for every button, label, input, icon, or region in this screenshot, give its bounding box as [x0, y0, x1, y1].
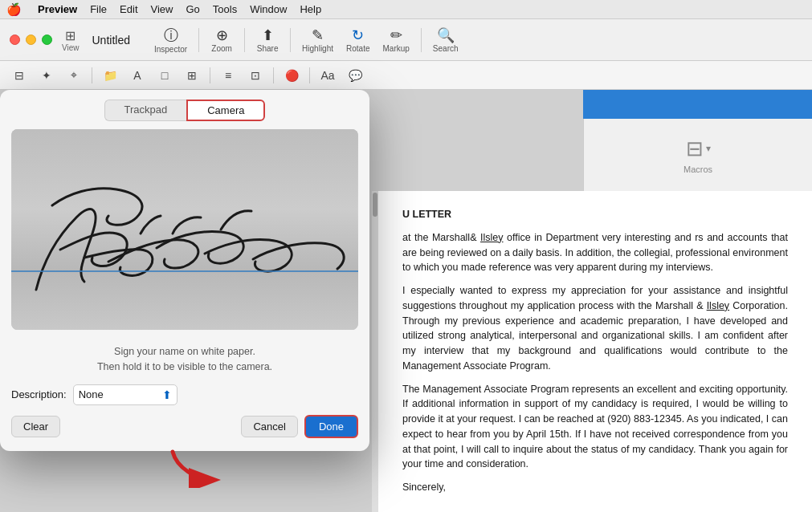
- svg-rect-0: [12, 129, 357, 330]
- document-paper: U LETTER at the Marshall& Ilsley office …: [378, 191, 812, 512]
- signature-svg: [11, 129, 358, 330]
- bubble-btn[interactable]: 💬: [344, 66, 366, 85]
- instruction-line1: Sign your name on white paper.: [0, 344, 369, 360]
- main-area: ⊟ ▾ Macros U LETTER at the Marshall& Ils…: [0, 90, 812, 512]
- doc-para-3: Sincerely,: [402, 480, 788, 495]
- tb2-sep-1: [92, 67, 92, 83]
- sidebar-toggle[interactable]: ⊟: [8, 66, 31, 85]
- menu-tools[interactable]: Tools: [213, 3, 237, 15]
- menu-file[interactable]: File: [90, 3, 107, 15]
- menu-help[interactable]: Help: [300, 3, 321, 15]
- titlebar: ⊞ View Untitled ⓘ Inspector ⊕ Zoom ⬆ Sha…: [0, 19, 812, 61]
- app-name[interactable]: Preview: [38, 3, 77, 15]
- zoom-icon: ⊕: [216, 26, 228, 44]
- toolbar-sep-3: [290, 28, 291, 52]
- markup-icon: ✏: [390, 26, 402, 44]
- modal-tabs: Trackpad Camera: [0, 90, 369, 121]
- lasso-tool[interactable]: ⌖: [63, 66, 85, 85]
- macros-label: Macros: [683, 165, 712, 174]
- share-label: Share: [257, 44, 279, 53]
- apple-menu[interactable]: 🍎: [6, 2, 22, 17]
- close-button[interactable]: [10, 35, 20, 45]
- macros-dropdown[interactable]: ⊟ ▾: [686, 136, 711, 161]
- tb2-sep-2: [210, 67, 210, 83]
- markup-button[interactable]: ✏ Markup: [378, 25, 414, 55]
- scrollbar[interactable]: [372, 191, 378, 512]
- blue-bar: [583, 90, 812, 119]
- tb2-sep-4: [309, 67, 310, 83]
- rotate-icon: ↻: [352, 26, 364, 44]
- share-icon: ⬆: [262, 26, 274, 44]
- menu-go[interactable]: Go: [186, 3, 199, 15]
- highlight-label: Highlight: [302, 44, 333, 53]
- highlight-button[interactable]: ✎ Highlight: [297, 25, 338, 55]
- inspector-label: Inspector: [154, 45, 187, 54]
- instruction-line2: Then hold it to be visible to the camera…: [0, 360, 369, 375]
- minimize-button[interactable]: [26, 35, 36, 45]
- doc-para-1: I especially wanted to express my apprec…: [402, 283, 788, 374]
- signature-guideline: [11, 270, 358, 272]
- paper-content: U LETTER at the Marshall& Ilsley office …: [378, 191, 812, 512]
- tb2-sep-3: [273, 67, 274, 83]
- toolbar2: ⊟ ✦ ⌖ 📁 A □ ⊞ ≡ ⊡ 🔴 Aa 💬: [0, 61, 812, 90]
- zoom-label: Zoom: [211, 44, 232, 53]
- doc-para-0: at the Marshall& Ilsley office in Depart…: [402, 230, 788, 275]
- macros-panel: ⊟ ▾ Macros: [583, 119, 812, 191]
- search-button[interactable]: 🔍 Search: [428, 25, 463, 55]
- toolbar-sep-1: [198, 28, 199, 52]
- camera-view: [11, 129, 358, 330]
- document-title-text: U LETTER: [402, 207, 788, 222]
- signature-canvas: [11, 129, 358, 330]
- fullscreen-button[interactable]: [42, 35, 52, 45]
- description-select[interactable]: None ⬆: [73, 384, 177, 405]
- toolbar: ⓘ Inspector ⊕ Zoom ⬆ Share ✎ Highlight ↻…: [149, 24, 802, 55]
- highlight-icon: ✎: [312, 26, 324, 44]
- description-label: Description:: [11, 388, 67, 400]
- done-button[interactable]: Done: [304, 415, 358, 438]
- camera-tab[interactable]: Camera: [186, 100, 265, 121]
- adjust-tool[interactable]: ⊞: [181, 66, 203, 85]
- document-title: Untitled: [92, 34, 130, 47]
- selection-tool[interactable]: ✦: [35, 66, 58, 85]
- share-button[interactable]: ⬆ Share: [251, 25, 284, 55]
- doc-para-2: The Management Associate Program represe…: [402, 382, 788, 473]
- macros-icon: ⊟: [686, 136, 704, 161]
- font-btn[interactable]: Aa: [316, 66, 339, 85]
- markup-label: Markup: [383, 44, 410, 53]
- folder-btn[interactable]: 📁: [99, 66, 121, 85]
- cancel-button[interactable]: Cancel: [241, 416, 297, 437]
- rotate-label: Rotate: [346, 44, 369, 53]
- macros-chevron: ▾: [706, 143, 711, 154]
- view-label: View: [62, 43, 80, 52]
- grid-tool[interactable]: ⊡: [244, 66, 267, 85]
- rotate-button[interactable]: ↻ Rotate: [341, 25, 374, 55]
- inspector-icon: ⓘ: [164, 26, 178, 45]
- shape-tool[interactable]: □: [153, 66, 176, 85]
- description-value: None: [79, 388, 104, 400]
- menu-edit[interactable]: Edit: [120, 3, 137, 15]
- description-row: Description: None ⬆: [0, 384, 369, 415]
- menu-window[interactable]: Window: [250, 3, 287, 15]
- signature-modal: Trackpad Camera: [0, 90, 369, 451]
- scrollbar-thumb[interactable]: [373, 193, 377, 217]
- zoom-button[interactable]: ⊕ Zoom: [206, 25, 238, 55]
- trackpad-tab[interactable]: Trackpad: [104, 100, 187, 121]
- menu-view[interactable]: View: [151, 3, 173, 15]
- toolbar-sep-4: [421, 28, 422, 52]
- inspector-button[interactable]: ⓘ Inspector: [149, 24, 192, 55]
- search-label: Search: [433, 44, 459, 53]
- view-control[interactable]: ⊞ View: [62, 28, 80, 52]
- menubar: 🍎 Preview File Edit View Go Tools Window…: [0, 0, 812, 19]
- text-tool[interactable]: A: [126, 66, 149, 85]
- color-btn[interactable]: 🔴: [280, 66, 303, 85]
- search-icon: 🔍: [437, 26, 455, 44]
- traffic-lights: [10, 35, 52, 45]
- align-tool[interactable]: ≡: [217, 66, 239, 85]
- arrow-indicator: [161, 440, 225, 488]
- clear-button[interactable]: Clear: [11, 416, 60, 437]
- description-dropdown-arrow: ⬆: [162, 388, 172, 401]
- modal-instructions: Sign your name on white paper. Then hold…: [0, 338, 369, 384]
- toolbar-sep-2: [244, 28, 245, 52]
